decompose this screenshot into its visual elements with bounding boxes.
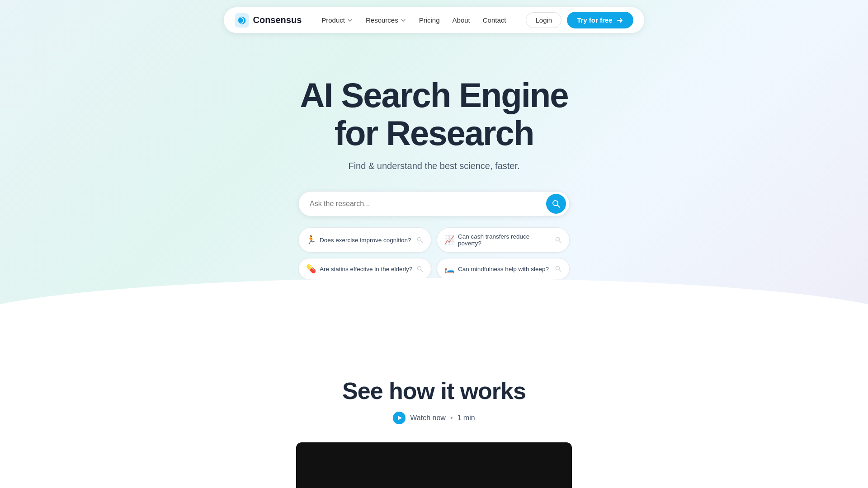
- svg-point-3: [418, 238, 421, 241]
- mindfulness-emoji: 🛏️: [444, 264, 454, 274]
- svg-line-4: [421, 241, 423, 243]
- nav-contact[interactable]: Contact: [477, 13, 512, 28]
- suggestion-exercise[interactable]: 🏃 Does exercise improve cognition?: [298, 227, 431, 253]
- hero-section: AI Search Engine for Research Find & und…: [0, 40, 868, 350]
- svg-line-10: [559, 270, 561, 272]
- login-button[interactable]: Login: [526, 12, 561, 28]
- svg-point-7: [418, 267, 421, 270]
- hero-title: AI Search Engine for Research: [300, 76, 568, 152]
- nav-actions: Login Try for free: [526, 12, 633, 28]
- video-container[interactable]: [296, 442, 572, 488]
- search-icon: [552, 199, 561, 208]
- section-title: See how it works: [342, 377, 526, 404]
- svg-line-2: [557, 205, 560, 207]
- suggestion-cash[interactable]: 📈 Can cash transfers reduce poverty?: [437, 227, 570, 253]
- play-button[interactable]: [393, 412, 406, 424]
- suggestion-mindfulness[interactable]: 🛏️ Can mindfulness help with sleep?: [437, 258, 570, 280]
- logo-text: Consensus: [253, 15, 302, 25]
- search-input[interactable]: [298, 191, 570, 216]
- try-free-button[interactable]: Try for free: [567, 12, 633, 28]
- svg-point-9: [556, 267, 560, 270]
- logo-link[interactable]: Consensus: [235, 13, 302, 28]
- search-container: [298, 191, 570, 216]
- chevron-down-icon: [347, 17, 353, 23]
- watch-now-label: Watch now: [410, 414, 446, 422]
- play-icon: [398, 416, 402, 420]
- hero-subtitle: Find & understand the best science, fast…: [348, 161, 519, 171]
- arrow-right-icon: [616, 17, 623, 24]
- how-it-works-section: See how it works Watch now • 1 min: [0, 350, 868, 488]
- search-icon: [416, 265, 424, 272]
- search-icon: [555, 265, 562, 272]
- nav-resources[interactable]: Resources: [360, 13, 412, 28]
- nav-pricing[interactable]: Pricing: [414, 13, 445, 28]
- suggestions-grid: 🏃 Does exercise improve cognition? 📈 Can…: [298, 227, 570, 280]
- nav-container: Consensus Product Resources Pricing Abou…: [224, 7, 644, 33]
- search-icon: [416, 236, 424, 244]
- search-button[interactable]: [546, 194, 566, 214]
- svg-line-8: [421, 270, 423, 272]
- watch-now-container[interactable]: Watch now • 1 min: [393, 412, 475, 424]
- search-icon: [555, 236, 562, 244]
- wave-decoration: [0, 278, 868, 350]
- cash-emoji: 📈: [444, 235, 454, 245]
- nav-product[interactable]: Product: [316, 13, 359, 28]
- logo-icon: [235, 13, 249, 28]
- suggestion-statins[interactable]: 💊 Are statins effective in the elderly?: [298, 258, 431, 280]
- svg-point-5: [556, 238, 560, 241]
- chevron-down-icon: [400, 17, 406, 23]
- svg-line-6: [559, 241, 561, 243]
- dot-separator: •: [450, 414, 453, 422]
- nav-links: Product Resources Pricing About Contact: [316, 13, 511, 28]
- navbar: Consensus Product Resources Pricing Abou…: [0, 0, 868, 40]
- exercise-emoji: 🏃: [306, 235, 316, 245]
- duration-label: 1 min: [458, 414, 475, 422]
- nav-about[interactable]: About: [447, 13, 476, 28]
- statins-emoji: 💊: [306, 264, 316, 274]
